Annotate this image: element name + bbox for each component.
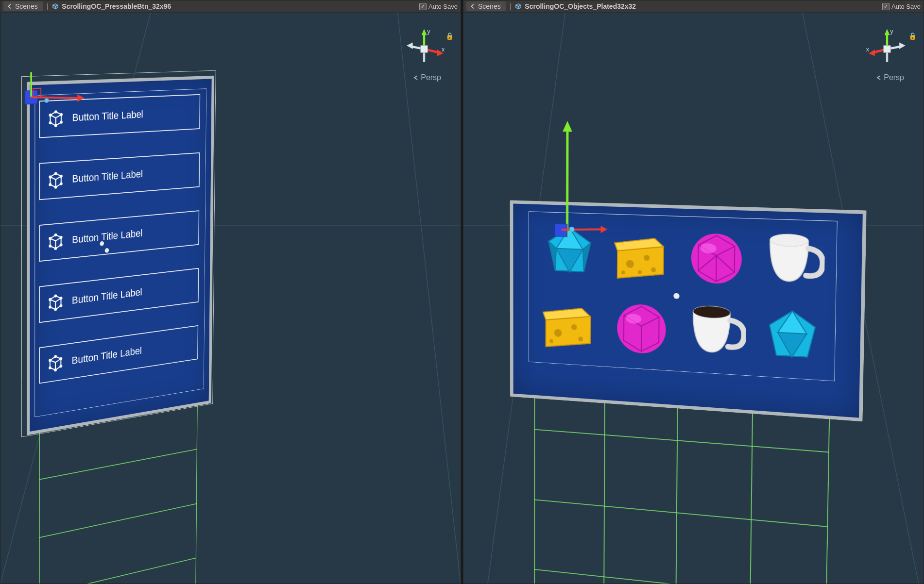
svg-point-37 [54,248,56,250]
auto-save-label: Auto Save [891,3,921,10]
mrtk-box-icon [48,293,63,312]
svg-line-2 [397,13,461,584]
prefab-name: ScrollingOC_Objects_Plated32x32 [525,2,636,10]
axis-y-label: y [427,28,430,35]
svg-point-45 [49,306,51,308]
svg-point-46 [60,305,62,307]
svg-rect-68 [884,46,890,52]
projection-label: Persp [884,73,904,82]
projection-toggle[interactable]: Persp [412,73,441,82]
scenes-breadcrumb-root[interactable]: Scenes [466,1,506,11]
checkbox-icon: ✓ [882,3,890,10]
svg-point-29 [49,176,51,178]
toolbar: Scenes | ScrollingOC_PressableBtn_32x96 … [0,0,461,13]
auto-save-toggle[interactable]: ✓ Auto Save [882,3,921,10]
svg-point-49 [54,369,56,371]
scene-viewport[interactable]: y x 🔒 Persp [463,13,924,584]
button-list: Button Title Label Button Title Label Bu… [39,94,200,384]
svg-point-25 [54,124,56,126]
pressable-button[interactable]: Button Title Label [39,268,199,323]
svg-line-79 [534,569,827,584]
svg-point-42 [60,297,62,299]
checkbox-icon: ✓ [419,3,427,10]
svg-line-77 [534,430,829,452]
svg-line-78 [534,500,828,527]
svg-point-32 [54,172,56,174]
svg-point-47 [49,359,51,362]
scenes-tab-label: Scenes [478,2,501,10]
button-label: Button Title Label [72,168,143,185]
prefab-cube-icon [515,3,522,10]
toolbar: Scenes | ScrollingOC_Objects_Plated32x32… [463,0,924,13]
projection-label: Persp [421,73,441,82]
lock-icon[interactable]: 🔒 [908,32,917,40]
pressable-button[interactable]: Button Title Label [39,152,200,200]
auto-save-label: Auto Save [428,3,458,10]
mrtk-box-icon [48,171,63,189]
scenes-tab-label: Scenes [15,2,38,10]
scene-viewport[interactable]: y x 🔒 Persp [0,13,461,584]
prefab-cube-icon [52,3,59,10]
axis-x-label: x [866,46,870,53]
projection-toggle[interactable]: Persp [875,73,904,82]
svg-point-44 [54,295,56,297]
orientation-gizmo[interactable]: y x [865,27,909,71]
svg-marker-62 [885,29,890,35]
back-arrow-icon [469,3,476,10]
button-label: Button Title Label [72,108,143,124]
svg-point-35 [49,237,51,239]
svg-point-31 [54,186,56,188]
svg-point-41 [49,299,51,300]
scenes-breadcrumb-root[interactable]: Scenes [3,1,43,11]
mrtk-box-icon [48,354,63,373]
lock-icon[interactable]: 🔒 [445,32,454,40]
breadcrumb-separator: | [47,2,49,10]
axis-y-label: y [890,28,893,35]
prefab-breadcrumb[interactable]: ScrollingOC_Objects_Plated32x32 [515,2,636,10]
svg-marker-64 [869,50,875,56]
svg-point-33 [49,184,51,185]
svg-marker-4 [422,29,427,35]
scene-pane-right: Scenes | ScrollingOC_Objects_Plated32x32… [463,0,924,584]
svg-marker-8 [407,43,413,50]
axis-x-label: x [442,46,445,53]
back-arrow-icon [6,3,13,10]
svg-rect-10 [421,46,428,52]
breadcrumb-separator: | [510,2,512,10]
prefab-name: ScrollingOC_PressableBtn_32x96 [62,2,171,10]
auto-save-toggle[interactable]: ✓ Auto Save [419,3,458,10]
orientation-gizmo[interactable]: y x [402,27,446,71]
mrtk-box-icon [48,233,63,251]
scene-pane-left: Scenes | ScrollingOC_PressableBtn_32x96 … [0,0,461,584]
prefab-breadcrumb[interactable]: ScrollingOC_PressableBtn_32x96 [52,2,171,10]
svg-point-50 [54,355,56,357]
svg-point-51 [49,367,51,369]
svg-marker-66 [899,43,906,50]
